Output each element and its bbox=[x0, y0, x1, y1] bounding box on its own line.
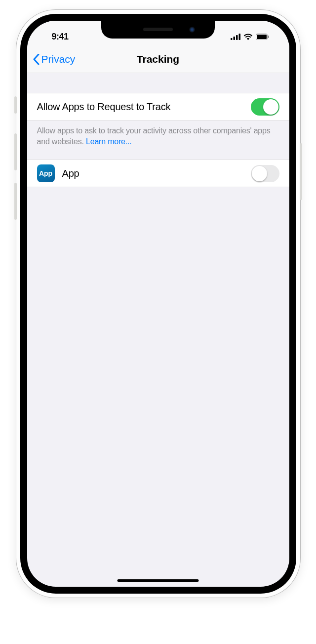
wifi-icon bbox=[243, 34, 253, 40]
silent-switch bbox=[14, 96, 17, 114]
app-tracking-row: App App bbox=[27, 160, 289, 187]
toggle-knob bbox=[252, 166, 267, 181]
battery-icon bbox=[256, 34, 270, 40]
svg-rect-0 bbox=[231, 38, 233, 40]
speaker-grille bbox=[143, 28, 173, 31]
section-footer: Allow apps to ask to track your activity… bbox=[27, 121, 289, 160]
svg-rect-3 bbox=[238, 34, 240, 40]
chevron-left-icon bbox=[33, 54, 40, 65]
app-icon-text: App bbox=[39, 169, 52, 177]
allow-apps-track-label: Allow Apps to Request to Track bbox=[37, 101, 251, 113]
app-icon: App bbox=[37, 164, 55, 182]
front-camera bbox=[189, 27, 195, 33]
svg-rect-2 bbox=[236, 35, 238, 40]
screen: 9:41 Privacy Tracking Allow Apps to Requ… bbox=[27, 21, 289, 587]
volume-up-button bbox=[14, 133, 17, 170]
allow-apps-track-row: Allow Apps to Request to Track bbox=[27, 93, 289, 121]
app-tracking-toggle[interactable] bbox=[251, 165, 279, 182]
status-icons bbox=[231, 34, 270, 40]
notch bbox=[101, 21, 215, 39]
power-button bbox=[300, 143, 302, 200]
status-time: 9:41 bbox=[52, 32, 69, 42]
svg-rect-5 bbox=[257, 35, 267, 39]
back-button[interactable]: Privacy bbox=[33, 53, 76, 65]
app-name-label: App bbox=[62, 168, 251, 179]
footer-description: Allow apps to ask to track your activity… bbox=[37, 126, 271, 146]
svg-rect-1 bbox=[233, 37, 235, 40]
svg-rect-6 bbox=[268, 36, 269, 38]
page-title: Tracking bbox=[137, 53, 179, 65]
navigation-bar: Privacy Tracking bbox=[27, 45, 289, 73]
device-frame: 9:41 Privacy Tracking Allow Apps to Requ… bbox=[16, 10, 300, 598]
allow-apps-track-toggle[interactable] bbox=[251, 98, 279, 116]
home-indicator[interactable] bbox=[118, 579, 199, 582]
toggle-knob bbox=[263, 99, 278, 115]
back-label: Privacy bbox=[41, 53, 76, 65]
volume-down-button bbox=[14, 183, 17, 220]
cellular-signal-icon bbox=[231, 34, 240, 40]
learn-more-link[interactable]: Learn more... bbox=[86, 137, 132, 146]
settings-content: Allow Apps to Request to Track Allow app… bbox=[27, 73, 289, 187]
